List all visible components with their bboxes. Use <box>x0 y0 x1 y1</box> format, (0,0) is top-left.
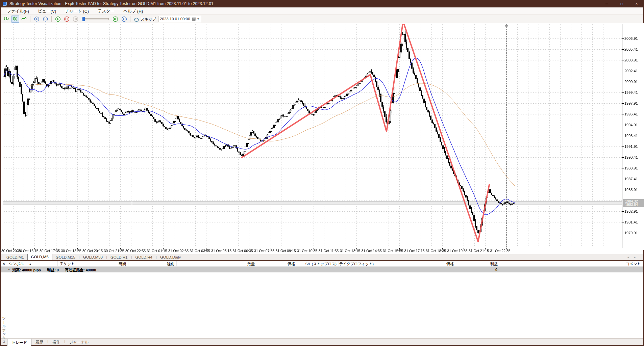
column-header[interactable]: シンボル▲ <box>7 261 58 266</box>
speed-slider-handle[interactable] <box>82 17 85 21</box>
x-axis-label: 31 Oct 11:55 <box>319 249 339 253</box>
chart-tab-gold-m5[interactable]: GOLD,M5 <box>27 254 52 260</box>
y-axis-label: 1988.91 <box>624 166 638 170</box>
y-axis-label: 2006.91 <box>624 36 638 41</box>
column-label: シンボル <box>9 261 24 266</box>
column-header[interactable]: 数量 <box>177 261 257 266</box>
chart-tab-bar: GOLD,M1GOLD,M5GOLD,M15|GOLD,M30|GOLD,H1|… <box>1 254 643 261</box>
menu-item[interactable]: ビュー(V) <box>33 7 60 15</box>
bullet-icon: • <box>8 268 9 271</box>
menu-item[interactable]: ヘルプ (H) <box>119 7 147 15</box>
skip-to-end-button[interactable] <box>120 16 128 23</box>
x-axis-label: 31 Oct 07:55 <box>254 249 274 253</box>
zoom-out-button[interactable] <box>41 16 49 23</box>
profit-text: 利益: 0 <box>47 267 59 272</box>
toolbox-tab-2[interactable]: 操作 <box>48 339 64 346</box>
toolbox-close-button[interactable]: × <box>1 262 7 266</box>
chart-tab-gold-h4[interactable]: GOLD,H4 <box>132 255 156 260</box>
fast-forward-button[interactable] <box>111 16 119 23</box>
x-axis-label: 31 Oct 21:15 <box>469 249 489 253</box>
stop-icon <box>64 16 70 22</box>
price-chart-canvas[interactable] <box>1 23 644 250</box>
toolbox-tab-bar: トレード履歴|操作|ジャーナル <box>1 338 643 345</box>
play-icon <box>55 16 61 22</box>
menu-item[interactable]: ファイル(F) <box>2 7 33 15</box>
rewind-button[interactable] <box>71 16 79 23</box>
menu-item[interactable]: チャート (C) <box>60 7 93 15</box>
y-axis-label: 1979.91 <box>624 231 638 235</box>
candlestick-chart-button[interactable] <box>11 16 19 23</box>
trade-table-header: × シンボル▲チケット時間種別数量価格S/L (ストップロス)T/P (テイクプ… <box>1 261 643 267</box>
y-axis-label: 1982.91 <box>624 209 638 213</box>
balance-status-row: • 残高: 40000 pips 利益: 0 有効証拠金: 40000 0 <box>1 267 643 272</box>
column-label: S/L (ストップロス) <box>305 261 337 266</box>
column-header[interactable]: 種別 <box>128 261 177 266</box>
column-header[interactable]: T/P (テイクプロフィット) <box>339 261 376 266</box>
chart-tab-gold-daily[interactable]: GOLD,Daily <box>157 255 184 260</box>
x-axis-label: 31 Oct 14:35 <box>361 249 381 253</box>
chart-tab-gold-m30[interactable]: GOLD,M30 <box>80 255 106 260</box>
column-label: チケット <box>60 261 75 266</box>
column-header[interactable]: 価格 <box>376 261 456 266</box>
toolbox-tab-0[interactable]: トレード <box>7 339 31 346</box>
column-label: 価格 <box>446 261 454 266</box>
y-axis-label: 1997.91 <box>624 101 638 105</box>
x-axis-label: 30 Oct 18:55 <box>61 249 81 253</box>
speed-slider[interactable] <box>82 18 109 20</box>
sort-arrow-icon: ▲ <box>29 263 31 265</box>
maximize-button[interactable]: □ <box>614 0 629 7</box>
chart-tab-gold-h1[interactable]: GOLD,H1 <box>107 255 131 260</box>
skip-control[interactable]: スキップ 2023.10.01 00:00 ▼ <box>133 16 201 22</box>
skip-date-field[interactable]: 2023.10.01 00:00 ▼ <box>158 16 201 22</box>
x-axis-label: 30 Oct 21:35 <box>104 249 124 253</box>
stop-button[interactable] <box>63 16 71 23</box>
chart-tab-gold-m1[interactable]: GOLD,M1 <box>3 255 27 260</box>
trade-list-body <box>1 272 643 338</box>
column-header[interactable]: 時間 <box>86 261 128 266</box>
y-axis-label: 1987.41 <box>624 177 638 181</box>
close-button[interactable]: × <box>629 0 644 7</box>
current-price-badge: 1983.84 <box>623 203 644 207</box>
x-axis-label: 31 Oct 15:55 <box>383 249 403 253</box>
toolbox-tab-1[interactable]: 履歴 <box>31 339 47 346</box>
y-axis-label: 2000.91 <box>624 80 638 84</box>
chevron-down-icon: ▼ <box>197 18 200 21</box>
y-axis-label: 1990.41 <box>624 155 638 159</box>
y-axis-label: 1994.91 <box>624 123 638 127</box>
y-axis-label: 2005.41 <box>624 47 638 51</box>
line-chart-button[interactable] <box>20 16 28 23</box>
column-header[interactable]: 利益 <box>456 261 500 266</box>
toolbar: スキップ 2023.10.01 00:00 ▼ <box>1 15 643 23</box>
chart-tab-gold-m15[interactable]: GOLD,M15 <box>52 255 79 260</box>
window-title: Strategy Tester Visualization : Exp5 Tes… <box>9 1 214 6</box>
line-chart-icon <box>21 16 27 22</box>
x-axis-label: 31 Oct 18:35 <box>426 249 446 253</box>
toolbar-separator <box>30 16 30 22</box>
candlestick-chart-icon <box>13 16 18 22</box>
tab-scroll-arrows[interactable]: ◂▸ <box>627 255 640 259</box>
chart-area: 2006.912005.412003.912002.412000.911999.… <box>1 23 643 254</box>
column-label: 種別 <box>167 261 174 266</box>
column-header[interactable]: チケット <box>58 261 86 266</box>
column-header[interactable]: S/L (ストップロス) <box>297 261 339 266</box>
play-button[interactable] <box>54 16 62 23</box>
toolbox-tab-3[interactable]: ジャーナル <box>65 339 93 346</box>
y-axis-label: 2002.41 <box>624 69 638 73</box>
title-bar: Strategy Tester Visualization : Exp5 Tes… <box>0 0 644 7</box>
y-axis-label: 1993.41 <box>624 134 638 138</box>
menu-item[interactable]: テスター <box>93 7 119 15</box>
column-header[interactable]: 価格 <box>257 261 297 266</box>
column-label: コメント <box>626 261 641 266</box>
equity-text: 有効証拠金: 40000 <box>65 267 96 272</box>
x-axis-label: 31 Oct 22:35 <box>490 249 510 253</box>
balance-text: 残高: 40000 pips <box>12 267 41 272</box>
zoom-in-button[interactable] <box>32 16 41 23</box>
x-axis-label: 30 Oct 20:15 <box>82 249 103 253</box>
bar-chart-button[interactable] <box>2 16 10 23</box>
column-header[interactable]: コメント <box>500 261 643 266</box>
x-axis-label: 31 Oct 17:15 <box>404 249 424 253</box>
x-axis-label: 31 Oct 09:15 <box>275 249 296 253</box>
minimize-button[interactable]: ─ <box>599 0 614 7</box>
bar-chart-icon <box>4 16 9 22</box>
skip-label: スキップ <box>141 16 156 22</box>
